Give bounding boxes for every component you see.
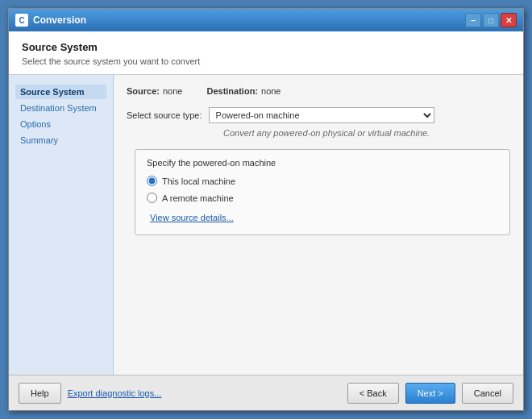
destination-value: none: [261, 86, 281, 96]
remote-machine-label: A remote machine: [162, 193, 234, 203]
window-content: Source System Select the source system y…: [9, 31, 523, 410]
local-machine-radio[interactable]: [147, 176, 157, 186]
sidebar-item-options[interactable]: Options: [15, 117, 106, 131]
source-type-row: Select source type: Powered-on machine: [127, 107, 510, 123]
remote-machine-row: A remote machine: [147, 193, 498, 203]
source-type-hint: Convert any powered-on physical or virtu…: [223, 128, 510, 138]
local-machine-label: This local machine: [162, 176, 235, 186]
group-box-title: Specify the powered-on machine: [147, 158, 498, 168]
sidebar: Source System Destination System Options…: [9, 75, 114, 375]
footer: Help Export diagnostic logs... < Back Ne…: [9, 375, 523, 410]
help-button[interactable]: Help: [19, 383, 61, 404]
window-title: Conversion: [33, 15, 465, 26]
title-bar: C Conversion – □ ✕: [9, 9, 523, 31]
page-title: Source System: [22, 41, 510, 53]
window-icon: C: [15, 14, 28, 27]
export-diagnostic-logs-button[interactable]: Export diagnostic logs...: [68, 388, 162, 398]
window-controls: – □ ✕: [465, 13, 517, 27]
source-value: none: [163, 86, 182, 96]
next-button[interactable]: Next >: [405, 383, 455, 404]
main-window: C Conversion – □ ✕ Source System Select …: [8, 8, 524, 411]
source-type-label: Select source type:: [127, 110, 202, 120]
machine-group-box: Specify the powered-on machine This loca…: [135, 149, 510, 235]
minimize-button[interactable]: –: [465, 13, 481, 27]
maximize-button[interactable]: □: [483, 13, 499, 27]
sidebar-item-summary[interactable]: Summary: [15, 133, 106, 147]
page-subtitle: Select the source system you want to con…: [22, 56, 510, 66]
view-source-details-link[interactable]: View source details...: [150, 213, 234, 222]
sidebar-item-destination-system[interactable]: Destination System: [15, 101, 106, 115]
source-label: Source:: [127, 86, 160, 96]
destination-info: Destination: none: [206, 86, 281, 96]
cancel-button[interactable]: Cancel: [462, 383, 513, 404]
content-area: Source: none Destination: none Select so…: [114, 75, 523, 375]
main-area: Source System Destination System Options…: [9, 75, 523, 375]
source-info: Source: none: [127, 86, 182, 96]
remote-machine-radio[interactable]: [147, 193, 157, 203]
destination-label: Destination:: [206, 86, 258, 96]
source-type-select[interactable]: Powered-on machine: [209, 107, 434, 123]
header-section: Source System Select the source system y…: [9, 31, 523, 75]
source-dest-bar: Source: none Destination: none: [127, 86, 510, 96]
local-machine-row: This local machine: [147, 176, 498, 186]
back-button[interactable]: < Back: [347, 383, 399, 404]
close-button[interactable]: ✕: [501, 13, 517, 27]
sidebar-item-source-system[interactable]: Source System: [15, 85, 106, 99]
